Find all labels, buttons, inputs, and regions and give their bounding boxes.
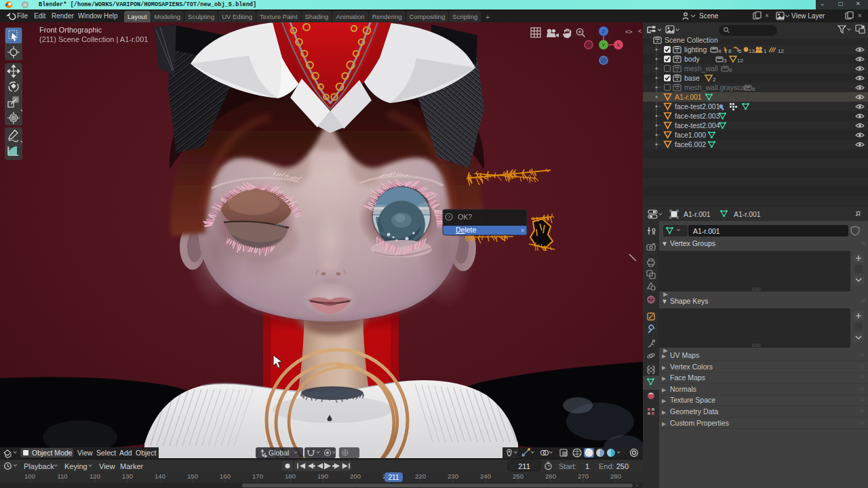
svg-text:Vertex Colors: Vertex Colors [670, 363, 713, 371]
svg-text:▶: ▶ [662, 387, 667, 393]
svg-text:▶: ▶ [662, 353, 667, 359]
svg-text:▶: ▶ [662, 365, 667, 371]
svg-text:160: 160 [220, 472, 231, 480]
svg-text:▶: ▶ [662, 421, 667, 427]
svg-text:▼: ▼ [661, 240, 668, 247]
svg-text:3: 3 [724, 58, 727, 64]
svg-text:Vertex Groups: Vertex Groups [670, 239, 715, 247]
svg-text:Select: Select [96, 449, 116, 457]
svg-text:▶: ▶ [662, 398, 667, 404]
svg-text:150: 150 [187, 472, 198, 480]
svg-text:140: 140 [155, 472, 165, 480]
svg-text:(211) Scene Collection | A1-r.: (211) Scene Collection | A1-r.001 [39, 35, 148, 43]
svg-text:Object Mode: Object Mode [32, 449, 73, 457]
svg-text:180: 180 [285, 472, 296, 480]
svg-text:Face Maps: Face Maps [670, 373, 705, 382]
svg-text:A1-r.001: A1-r.001 [693, 227, 720, 235]
svg-text:280: 280 [610, 472, 621, 480]
svg-text:Y: Y [601, 42, 606, 48]
svg-text:face-test2.003: face-test2.003 [675, 112, 720, 120]
svg-text:6: 6 [752, 86, 755, 92]
svg-text:190: 190 [317, 472, 328, 480]
svg-text:A1-r.001: A1-r.001 [675, 93, 702, 101]
svg-text:1: 1 [585, 462, 589, 470]
svg-text:Shape Keys: Shape Keys [670, 297, 709, 305]
svg-text:OK?: OK? [458, 213, 472, 221]
svg-text:View: View [99, 462, 115, 470]
svg-text:200: 200 [350, 472, 361, 480]
svg-text:Playback: Playback [24, 462, 54, 470]
svg-text:120: 120 [90, 472, 100, 480]
svg-text:Start:: Start: [559, 462, 576, 470]
svg-text:12: 12 [778, 48, 784, 54]
svg-text:Normals: Normals [670, 385, 696, 393]
svg-text:170: 170 [252, 472, 263, 480]
svg-text:Global: Global [269, 449, 289, 457]
svg-text:4: 4 [718, 48, 722, 54]
svg-text:6: 6 [738, 48, 742, 54]
svg-text:260: 260 [545, 472, 556, 480]
svg-text:X: X [616, 42, 620, 48]
svg-text:230: 230 [448, 472, 458, 480]
svg-text:Add: Add [119, 449, 132, 457]
svg-text:220: 220 [415, 472, 426, 480]
svg-text:110: 110 [57, 472, 67, 480]
svg-text:211: 211 [389, 474, 399, 481]
svg-text:Geometry Data: Geometry Data [670, 407, 718, 415]
svg-text:13: 13 [749, 48, 755, 54]
svg-text:1: 1 [764, 48, 767, 54]
svg-text:View: View [77, 449, 93, 457]
svg-text:‹: ‹ [636, 483, 638, 488]
svg-text:250: 250 [513, 472, 524, 480]
svg-text:mesh_wall.grayscale: mesh_wall.grayscale [684, 83, 751, 92]
svg-text:▶: ▶ [663, 291, 668, 298]
svg-text:Texture Space: Texture Space [670, 396, 715, 404]
svg-text:<>: <> [625, 28, 633, 35]
svg-text:Custom Properties: Custom Properties [670, 419, 729, 427]
svg-text:×: × [521, 227, 524, 234]
svg-text:240: 240 [480, 472, 491, 480]
svg-text:100: 100 [751, 342, 761, 348]
svg-text:100: 100 [751, 286, 761, 292]
svg-text:Delete: Delete [456, 226, 477, 234]
svg-text:Z: Z [602, 28, 606, 35]
svg-text:End:: End: [599, 462, 614, 470]
svg-text:<: < [638, 28, 642, 35]
svg-text:Object: Object [136, 449, 156, 457]
svg-text:face-test2.001: face-test2.001 [675, 102, 720, 110]
svg-text:270: 270 [578, 472, 589, 480]
svg-text:UV Maps: UV Maps [670, 351, 699, 359]
svg-text:6: 6 [729, 67, 732, 73]
svg-text:100: 100 [24, 472, 35, 480]
svg-text:face6.002: face6.002 [675, 140, 706, 148]
svg-text:face-test2.004: face-test2.004 [675, 121, 720, 129]
svg-text:130: 130 [122, 472, 133, 480]
svg-text:mesh_wall: mesh_wall [684, 64, 718, 73]
svg-text:250: 250 [616, 462, 629, 470]
svg-text:base: base [684, 74, 700, 82]
svg-text:lighting: lighting [684, 45, 707, 54]
svg-text:A1-r.001: A1-r.001 [734, 210, 761, 218]
svg-text:8: 8 [728, 48, 732, 54]
svg-text:Marker: Marker [120, 462, 144, 470]
svg-text:▼: ▼ [661, 298, 668, 305]
svg-text:Keying: Keying [64, 462, 87, 470]
svg-text:2: 2 [713, 77, 716, 83]
svg-text:▶: ▶ [662, 409, 667, 415]
svg-text:211: 211 [518, 462, 530, 470]
svg-text:12: 12 [737, 58, 743, 64]
svg-text:body: body [684, 55, 701, 63]
svg-text:▶: ▶ [662, 375, 667, 382]
svg-text:A1-r.001: A1-r.001 [684, 210, 711, 218]
svg-text:Front Orthographic: Front Orthographic [39, 26, 102, 34]
svg-text:face1.000: face1.000 [675, 131, 706, 139]
svg-text:?: ? [448, 215, 450, 220]
svg-text:Scene Collection: Scene Collection [665, 36, 718, 44]
